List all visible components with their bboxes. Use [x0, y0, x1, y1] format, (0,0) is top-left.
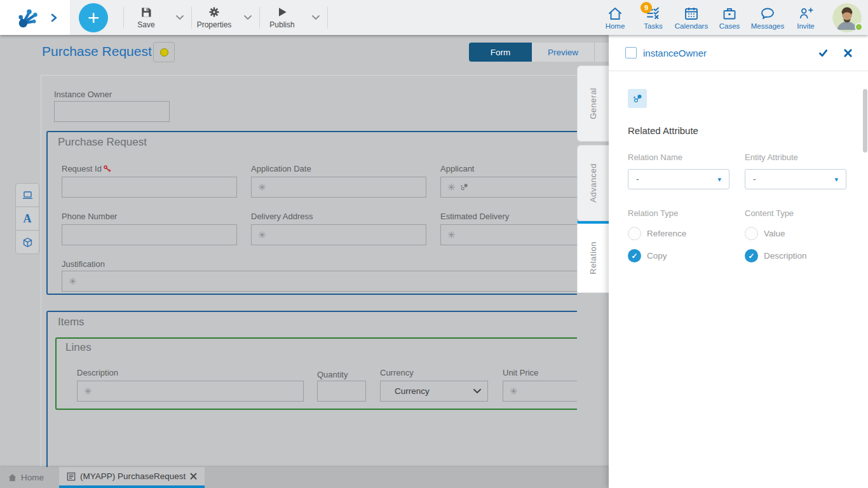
close-icon[interactable]	[843, 48, 853, 58]
topbar: + Save	[0, 0, 868, 35]
justification-input[interactable]: ✳	[62, 271, 577, 292]
save-button[interactable]: Save	[124, 6, 168, 29]
object-tool-button[interactable]	[15, 230, 39, 254]
publish-button[interactable]: Publish	[260, 6, 304, 29]
currency-select-value: Currency	[387, 386, 430, 396]
letter-a-icon: A	[24, 212, 32, 226]
toolbar-divider	[327, 7, 328, 29]
device-preview-tool-button[interactable]	[15, 183, 39, 207]
unit-price-input[interactable]: ✳	[503, 381, 577, 402]
estimated-delivery-input[interactable]: ✳	[440, 224, 577, 245]
radio-description[interactable]: ✓ Description	[745, 249, 846, 262]
application-date-input[interactable]: ✳	[251, 177, 426, 198]
status-yellow-dot-icon	[160, 48, 168, 57]
publish-label: Publish	[269, 20, 294, 29]
currency-label: Currency	[380, 368, 414, 377]
radio-unchecked-icon	[745, 227, 758, 240]
form-canvas: Instance Owner Purchase Request Request …	[41, 75, 577, 467]
publish-dropdown-button[interactable]	[304, 15, 327, 20]
add-button[interactable]: +	[79, 3, 108, 32]
panel-title: instanceOwner	[643, 48, 707, 58]
expand-chevron-right-icon[interactable]	[50, 13, 58, 22]
relation-type-label: Relation Type	[628, 208, 729, 218]
radio-value[interactable]: Value	[745, 227, 846, 240]
delivery-address-input[interactable]: ✳	[251, 224, 426, 245]
plus-icon: +	[88, 8, 100, 28]
topbar-nav: Home 9 Tasks Calendars	[596, 3, 868, 32]
entity-attribute-select[interactable]: - ▾	[745, 169, 846, 189]
panel-scrollbar[interactable]	[863, 89, 867, 152]
radio-checked-icon: ✓	[745, 249, 758, 262]
close-tab-icon[interactable]	[190, 473, 197, 480]
key-required-icon	[103, 165, 111, 173]
tab-form[interactable]: Form	[469, 43, 532, 62]
property-tab-strip: General Advanced Relation	[577, 35, 609, 488]
save-icon	[140, 6, 153, 18]
caret-down-icon: ▾	[834, 175, 838, 184]
user-avatar[interactable]	[832, 3, 862, 32]
text-tool-button[interactable]: A	[15, 207, 39, 231]
relation-icon	[632, 93, 643, 104]
instance-owner-input[interactable]	[54, 101, 170, 122]
request-id-input[interactable]	[62, 177, 237, 198]
section-title: Items	[58, 316, 85, 329]
section-title: Purchase Request	[58, 136, 147, 149]
bottom-tab-purchase-request[interactable]: (MYAPP) PurchaseRequest	[59, 467, 205, 488]
tab-advanced[interactable]: Advanced	[577, 145, 609, 221]
required-asterisk-icon: ✳	[447, 182, 456, 193]
tasks-badge: 9	[641, 2, 652, 13]
radio-reference[interactable]: Reference	[628, 227, 729, 240]
applicant-input[interactable]: ✳	[440, 177, 577, 198]
nav-calendars[interactable]: Calendars	[672, 6, 710, 30]
radio-unchecked-icon	[628, 227, 641, 240]
chevron-down-icon	[244, 15, 252, 20]
justification-label: Justification	[62, 259, 105, 269]
required-asterisk-icon: ✳	[447, 229, 456, 241]
quantity-input[interactable]	[317, 381, 366, 402]
widget-toolbar: A	[15, 183, 39, 254]
tab-general[interactable]: General	[577, 65, 609, 142]
apply-check-icon[interactable]	[818, 48, 828, 58]
section-title: Lines	[65, 341, 92, 354]
field-checkbox[interactable]	[625, 47, 637, 58]
properties-group: Properties	[192, 0, 259, 35]
chevron-down-icon	[176, 15, 184, 20]
properties-button[interactable]: Properties	[192, 6, 236, 29]
properties-dropdown-button[interactable]	[236, 15, 259, 20]
nav-home[interactable]: Home	[596, 6, 634, 30]
currency-select[interactable]: Currency	[380, 381, 488, 402]
unit-price-label: Unit Price	[503, 368, 538, 377]
relation-name-label: Relation Name	[628, 152, 729, 162]
section-items[interactable]: Items Lines Description ✳ Quantity Curre…	[46, 311, 577, 467]
publish-group: Publish	[260, 0, 327, 35]
section-lines[interactable]: Lines Description ✳ Quantity Currency Cu…	[55, 337, 577, 410]
message-bubble-icon	[760, 6, 775, 21]
related-attribute-button[interactable]	[628, 89, 647, 108]
phone-number-input[interactable]	[62, 224, 237, 245]
save-dropdown-button[interactable]	[168, 15, 191, 20]
required-asterisk-icon: ✳	[69, 276, 77, 287]
panel-heading: Related Attribute	[628, 125, 849, 136]
nav-invite[interactable]: Invite	[787, 6, 825, 30]
property-panel: instanceOwner Related Attribute Relation…	[609, 35, 868, 488]
bottom-home-tab[interactable]: Home	[0, 467, 53, 488]
description-input[interactable]: ✳	[77, 381, 304, 402]
entity-attribute-label: Entity Attribute	[745, 152, 846, 162]
form-status-button[interactable]	[153, 42, 175, 62]
properties-label: Properties	[197, 20, 232, 29]
radio-copy[interactable]: ✓ Copy	[628, 249, 729, 262]
nav-messages[interactable]: Messages	[749, 6, 787, 30]
section-purchase-request[interactable]: Purchase Request Request Id Application …	[46, 131, 577, 295]
app-screen: + Save	[0, 0, 868, 488]
briefcase-icon	[722, 6, 737, 21]
app-logo-icon[interactable]	[17, 6, 41, 30]
nav-cases[interactable]: Cases	[710, 6, 749, 30]
relation-name-select[interactable]: - ▾	[628, 169, 729, 189]
chevron-down-icon	[473, 389, 481, 394]
content-type-label: Content Type	[745, 208, 846, 218]
required-asterisk-icon: ✳	[84, 386, 92, 397]
tab-relation[interactable]: Relation	[577, 221, 609, 293]
nav-tasks[interactable]: 9 Tasks	[634, 6, 672, 30]
home-icon	[8, 473, 17, 482]
applicant-label: Applicant	[440, 164, 474, 173]
